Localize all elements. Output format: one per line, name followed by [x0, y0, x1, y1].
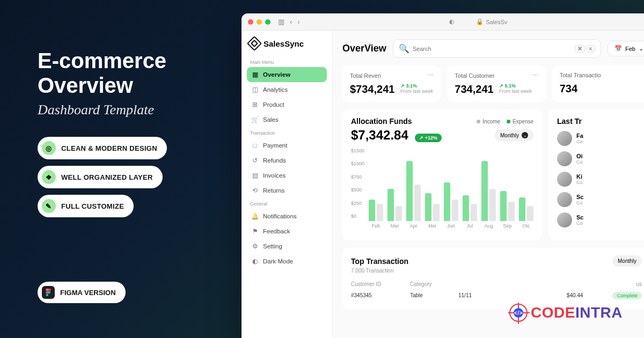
stat-revenue-value: $734,241 — [350, 83, 394, 95]
status-badge: Complete — [612, 292, 642, 299]
bar-group: Apr — [406, 157, 421, 229]
stat-revenue: Total Reven⋯ $734,241 ↗ 3.1%From last we… — [342, 65, 441, 102]
allocation-chart: $1500$1000$750$500$250$0 FebMarAprMeiJun… — [351, 148, 533, 229]
nav-invoices[interactable]: ▤Invoices — [247, 168, 327, 183]
window-titlebar: ▥ ‹ › ◐ 🔒SalesSv — [241, 13, 644, 31]
grid-icon: ▦ — [251, 71, 259, 78]
layers-icon: ❖ — [42, 170, 56, 184]
search-icon: 🔍 — [399, 43, 409, 54]
main-content: OverView 🔍 ⌘K 📅Feb⌄ Total Reven⋯ $734,24… — [333, 31, 644, 338]
bar-group: Otc — [519, 157, 533, 229]
bell-icon: 🔔 — [251, 212, 259, 220]
nav-section-general: General — [247, 198, 327, 209]
sidebar-toggle-icon[interactable]: ▥ — [278, 18, 284, 26]
date-filter-button[interactable]: 📅Feb⌄ — [608, 41, 644, 56]
svg-point-0 — [48, 291, 50, 293]
promo-panel: E-commerce Overview Dashboard Template ◎… — [38, 48, 231, 224]
promo-title: E-commerce Overview — [38, 48, 231, 98]
search-box[interactable]: 🔍 ⌘K — [393, 39, 601, 58]
avatar — [557, 172, 572, 187]
transaction-item[interactable]: ScCo — [557, 192, 642, 207]
crosshair-icon: </> — [509, 304, 528, 322]
nav-darkmode[interactable]: ◐Dark Mode — [247, 254, 327, 269]
avatar — [557, 131, 572, 146]
transaction-item[interactable]: KiCo — [557, 172, 642, 187]
shield-icon[interactable]: ◐ — [449, 18, 455, 25]
nav-overview[interactable]: ▦Overview — [247, 67, 327, 82]
top-tr-table: Customer IDCategoryus #345345Table11/11$… — [351, 279, 642, 302]
allocation-title: Allocation Funds — [351, 117, 412, 126]
more-icon[interactable]: ⋯ — [532, 72, 538, 79]
transaction-item[interactable]: ScCo — [557, 212, 642, 227]
refund-icon: ↺ — [251, 157, 259, 164]
feature-pill-customize: ✎FULL CUSTOMIZE — [38, 195, 134, 217]
url-display[interactable]: 🔒SalesSv — [476, 18, 507, 25]
allocation-card: Allocation Funds Income Expense $7,342.8… — [342, 109, 542, 240]
wallet-icon: □ — [251, 142, 259, 149]
avatar — [557, 212, 572, 227]
bar-group: Feb — [369, 157, 383, 229]
nav-back-icon[interactable]: ‹ — [290, 18, 292, 26]
nav-returns[interactable]: ⟲Returns — [247, 183, 327, 198]
bar-group: Sep — [500, 157, 515, 229]
nav-section-main: Main Menu — [247, 56, 327, 67]
more-icon[interactable]: ⋯ — [427, 72, 433, 79]
period-toggle[interactable]: Monthly⌄ — [495, 129, 533, 141]
figma-version-pill: FIGMA VERSION — [38, 282, 126, 303]
close-dot-icon[interactable] — [248, 19, 253, 25]
top-transaction-card: Top Transaction Monthly 7.000 Transactio… — [342, 248, 644, 309]
brand[interactable]: SalesSync — [247, 38, 327, 49]
bar-group: Mei — [425, 157, 440, 229]
nav-section-transaction: Transaction — [247, 127, 327, 138]
top-tr-period[interactable]: Monthly — [612, 255, 642, 267]
browser-window: ▥ ‹ › ◐ 🔒SalesSv SalesSync Main Menu ▦Ov… — [241, 13, 644, 338]
bar-group: Jun — [444, 157, 458, 229]
box-icon: ⊞ — [251, 101, 259, 108]
lock-icon: 🔒 — [476, 18, 484, 25]
nav-feedback[interactable]: ⚑Feedback — [247, 224, 327, 239]
nav-forward-icon[interactable]: › — [297, 18, 299, 26]
last-transactions-card: Last Tr FaCoOiCoKiCoScCoScCo — [548, 109, 644, 240]
page-title: OverView — [342, 43, 386, 54]
chart-legend: Income Expense — [477, 119, 533, 124]
minimize-dot-icon[interactable] — [257, 19, 262, 25]
codeintra-watermark: </> CODEINTRA — [509, 304, 623, 322]
nav-sales[interactable]: 🛒Sales — [247, 112, 327, 127]
topbar: OverView 🔍 ⌘K 📅Feb⌄ — [342, 39, 644, 58]
avatar — [557, 151, 572, 166]
last-tr-title: Last Tr — [557, 117, 642, 126]
allocation-amount: $7,342.84 — [351, 128, 408, 142]
nav-product[interactable]: ⊞Product — [247, 97, 327, 112]
transaction-item[interactable]: FaCo — [557, 131, 642, 146]
allocation-delta-badge: ↗ +12% — [415, 134, 442, 142]
top-tr-title: Top Transaction — [351, 257, 408, 266]
transaction-item[interactable]: OiCo — [557, 151, 642, 166]
promo-subtitle: Dashboard Template — [38, 102, 231, 118]
nav-refunds[interactable]: ↺Refunds — [247, 153, 327, 168]
edit-icon: ✎ — [42, 199, 56, 213]
flag-icon: ⚑ — [251, 227, 259, 235]
figma-icon — [42, 286, 55, 299]
nav-analytics[interactable]: ◫Analytics — [247, 82, 327, 97]
feature-pill-clean: ◎CLEAN & MODERN DESIGN — [38, 137, 167, 159]
avatar — [557, 192, 572, 207]
search-shortcut: ⌘K — [575, 45, 595, 53]
nav-notifications[interactable]: 🔔Notifications — [247, 209, 327, 224]
nav-setting[interactable]: ⚙Setting — [247, 239, 327, 254]
stat-customer: Total Customer⋯ 734,241 ↗ 5.1%From last … — [447, 65, 545, 102]
bar-group: Jul — [463, 157, 477, 229]
search-input[interactable] — [413, 46, 572, 52]
chart-icon: ◫ — [251, 86, 259, 93]
stat-transaction-value: 734 — [560, 83, 577, 95]
calendar-icon: 📅 — [614, 45, 622, 52]
stat-customer-value: 734,241 — [455, 83, 493, 95]
gear-icon: ⚙ — [251, 243, 259, 250]
brand-logo-icon — [247, 36, 262, 51]
maximize-dot-icon[interactable] — [265, 19, 270, 25]
feature-pill-organized: ❖WELL ORGANIZED LAYER — [38, 166, 163, 188]
table-row[interactable]: #345345Table11/11$40.44Complete — [351, 289, 642, 302]
chevron-down-icon: ⌄ — [639, 45, 643, 52]
nav-payment[interactable]: □Payment — [247, 138, 327, 153]
invoice-icon: ▤ — [251, 172, 259, 179]
moon-icon: ◐ — [251, 258, 259, 265]
